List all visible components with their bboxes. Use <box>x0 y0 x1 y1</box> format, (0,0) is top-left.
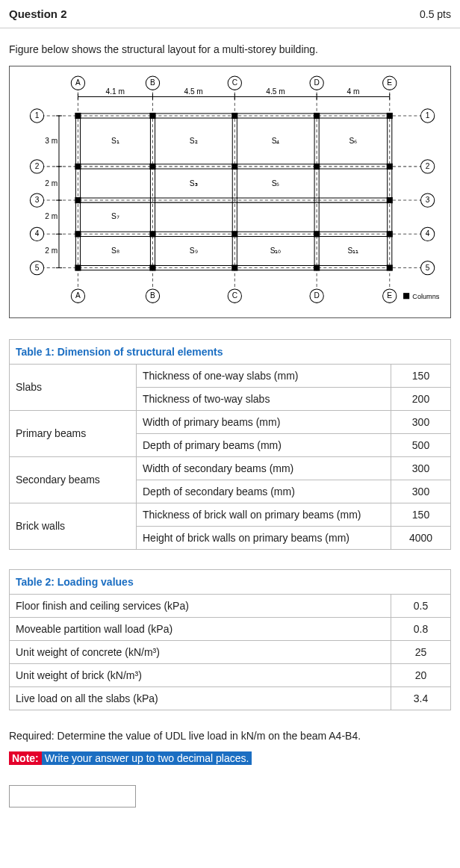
svg-text:3 m: 3 m <box>45 137 58 145</box>
svg-text:S₁₁: S₁₁ <box>347 247 358 255</box>
svg-text:B: B <box>150 291 155 300</box>
table-1: Table 1: Dimension of structural element… <box>9 339 451 550</box>
svg-text:4: 4 <box>426 229 430 238</box>
svg-text:3: 3 <box>426 196 430 204</box>
svg-rect-25 <box>149 113 155 119</box>
svg-rect-112 <box>403 293 409 299</box>
col-label-C: C <box>232 78 237 87</box>
table-row: 200 <box>391 387 451 410</box>
question-points: 0.5 pts <box>420 8 451 20</box>
intro-text: Figure below shows the structural layout… <box>9 43 451 55</box>
svg-text:E: E <box>387 291 392 300</box>
table1-group-0: Slabs <box>10 364 137 410</box>
structural-figure: A B C D E A B C D E 1 2 3 4 5 1 2 <box>9 66 451 318</box>
col-label-A: A <box>75 78 81 87</box>
table-row: 0.5 <box>391 594 451 617</box>
svg-rect-26 <box>231 113 237 119</box>
note-label: Note: <box>9 751 42 765</box>
col-label-D: D <box>314 78 319 87</box>
svg-text:S₄: S₄ <box>272 137 280 145</box>
svg-text:S₉: S₉ <box>190 247 198 255</box>
svg-text:4.1 m: 4.1 m <box>106 87 125 96</box>
svg-rect-28 <box>387 113 393 119</box>
table-row: Moveable partition wall load (kPa) <box>10 617 391 640</box>
note-text: Write your answer up to two decimal plac… <box>42 751 252 765</box>
svg-text:2 m: 2 m <box>45 179 58 187</box>
table-row: Thickness of one-way slabs (mm) <box>137 364 391 387</box>
svg-text:2: 2 <box>35 162 40 170</box>
svg-rect-41 <box>75 264 81 270</box>
table-row: 4000 <box>391 526 451 549</box>
table-row: Width of secondary beams (mm) <box>137 456 391 480</box>
svg-text:1: 1 <box>35 111 40 120</box>
svg-rect-11 <box>80 118 387 265</box>
svg-text:A: A <box>75 291 81 300</box>
svg-text:2: 2 <box>426 162 430 170</box>
svg-text:S₁₀: S₁₀ <box>270 247 282 255</box>
question-title: Question 2 <box>9 7 67 20</box>
svg-rect-30 <box>149 164 155 170</box>
answer-input[interactable] <box>9 785 136 807</box>
svg-rect-44 <box>314 264 320 270</box>
svg-rect-34 <box>75 197 81 203</box>
table1-group-1: Primary beams <box>10 410 137 456</box>
svg-text:2 m: 2 m <box>45 212 58 220</box>
table-row: Thickness of two-way slabs <box>137 387 391 410</box>
legend-columns: Columns <box>412 293 440 300</box>
svg-text:4: 4 <box>35 229 40 238</box>
col-label-B: B <box>150 78 155 87</box>
table-row: Unit weight of brick (kN/m³) <box>10 663 391 686</box>
svg-text:4.5 m: 4.5 m <box>184 87 202 96</box>
table-row: 500 <box>391 433 451 456</box>
svg-rect-42 <box>149 264 155 270</box>
svg-text:S₈: S₈ <box>111 247 119 255</box>
table1-group-3: Brick walls <box>10 503 137 549</box>
svg-rect-24 <box>75 113 81 119</box>
svg-text:1: 1 <box>426 111 430 120</box>
table-row: 300 <box>391 410 451 433</box>
table-row: Floor finish and ceiling services (kPa) <box>10 594 391 617</box>
table2-caption: Table 2: Loading values <box>10 569 451 594</box>
note-line: Note:Write your answer up to two decimal… <box>9 752 451 764</box>
table-row: Width of primary beams (mm) <box>137 410 391 433</box>
svg-rect-29 <box>75 164 81 170</box>
svg-rect-45 <box>387 264 393 270</box>
svg-rect-35 <box>387 197 393 203</box>
svg-text:D: D <box>314 291 319 300</box>
structural-layout-svg: A B C D E A B C D E 1 2 3 4 5 1 2 <box>17 74 443 310</box>
table-row: Height of brick walls on primary beams (… <box>137 526 391 549</box>
svg-rect-37 <box>149 231 155 237</box>
svg-text:S₁: S₁ <box>111 137 119 145</box>
table-row: 0.8 <box>391 617 451 640</box>
table-row: 3.4 <box>391 686 451 710</box>
svg-text:5: 5 <box>426 264 430 272</box>
svg-text:S₃: S₃ <box>190 179 198 187</box>
svg-rect-10 <box>75 114 391 270</box>
svg-rect-38 <box>231 231 237 237</box>
svg-text:2 m: 2 m <box>45 247 58 255</box>
svg-text:S₇: S₇ <box>111 212 119 220</box>
svg-text:3: 3 <box>35 196 40 204</box>
question-header: Question 2 0.5 pts <box>0 0 460 28</box>
table-row: 20 <box>391 663 451 686</box>
table-row: 150 <box>391 364 451 387</box>
svg-rect-31 <box>231 164 237 170</box>
svg-rect-27 <box>314 113 320 119</box>
svg-rect-32 <box>314 164 320 170</box>
svg-text:S₂: S₂ <box>190 137 198 145</box>
svg-text:S₅: S₅ <box>272 179 280 187</box>
col-label-E: E <box>387 78 392 87</box>
table-row: 25 <box>391 640 451 663</box>
svg-text:5: 5 <box>35 264 40 272</box>
table1-group-2: Secondary beams <box>10 456 137 503</box>
table-row: 300 <box>391 456 451 480</box>
svg-rect-40 <box>387 231 393 237</box>
svg-rect-39 <box>314 231 320 237</box>
svg-text:4 m: 4 m <box>346 87 359 96</box>
table-row: Depth of secondary beams (mm) <box>137 480 391 503</box>
question-content: Figure below shows the structural layout… <box>0 28 460 822</box>
svg-text:S₆: S₆ <box>349 137 357 145</box>
svg-rect-33 <box>387 164 393 170</box>
svg-rect-36 <box>75 231 81 237</box>
table-row: Unit weight of concrete (kN/m³) <box>10 640 391 663</box>
